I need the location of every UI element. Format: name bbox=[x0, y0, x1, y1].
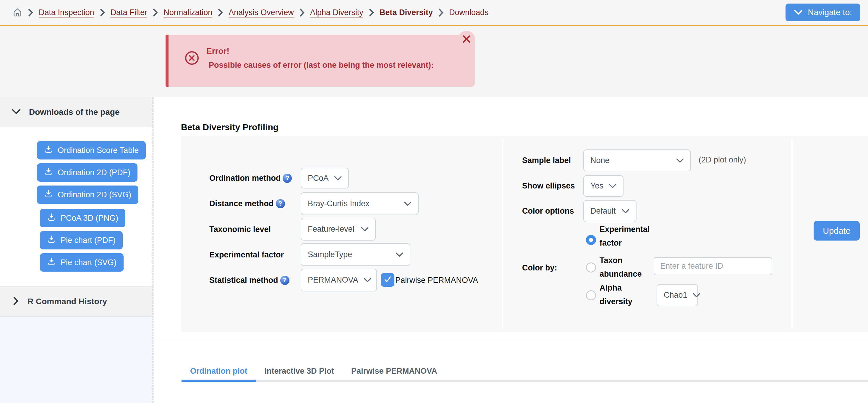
download-pie-chart-pdf-button[interactable]: Pie chart (PDF) bbox=[40, 231, 123, 250]
download-ordination-2d-pdf-button[interactable]: Ordination 2D (PDF) bbox=[37, 163, 137, 182]
download-icon bbox=[47, 213, 56, 224]
r-command-history-label: R Command History bbox=[28, 297, 107, 306]
ordination-method-value: PCoA bbox=[308, 174, 329, 183]
sidebar-downloads-body: Ordination Score Table Ordination 2D (PD… bbox=[0, 127, 153, 286]
error-circle-x-icon bbox=[184, 50, 200, 67]
error-title: Error! bbox=[206, 47, 229, 56]
radio-experimental-factor[interactable] bbox=[586, 235, 596, 245]
color-by-row: Color by: bbox=[522, 261, 557, 275]
ordination-method-label: Ordination method bbox=[209, 174, 281, 183]
chevron-down-icon bbox=[361, 225, 369, 234]
chevron-down-icon bbox=[794, 8, 803, 17]
update-button[interactable]: Update bbox=[814, 221, 860, 240]
chevron-down-icon bbox=[396, 250, 403, 259]
radio-label-line: Experimental bbox=[599, 223, 650, 236]
sample-label-hint-text: (2D plot only) bbox=[699, 155, 746, 165]
download-icon bbox=[47, 235, 56, 246]
breadcrumb-alpha-diversity[interactable]: Alpha Diversity bbox=[310, 8, 363, 17]
radio-experimental-factor-label: Experimental factor bbox=[599, 223, 650, 250]
panel-column-divider bbox=[502, 139, 503, 329]
sidebar-downloads-header[interactable]: Downloads of the page bbox=[0, 97, 153, 127]
radio-label-line: diversity bbox=[599, 295, 632, 308]
pairwise-permanova-checkbox[interactable] bbox=[381, 273, 394, 287]
home-icon[interactable] bbox=[12, 7, 23, 18]
panel-column-divider bbox=[791, 139, 793, 329]
alert-close-button[interactable] bbox=[458, 31, 475, 48]
chevron-down-icon bbox=[622, 206, 629, 216]
navigate-to-button[interactable]: Navigate to: bbox=[785, 4, 860, 21]
sample-label-select[interactable]: None bbox=[583, 149, 691, 171]
radio-label-line: factor bbox=[599, 236, 650, 250]
close-icon bbox=[462, 34, 471, 45]
statistical-method-select[interactable]: PERMANOVA bbox=[301, 269, 377, 291]
ordination-method-select[interactable]: PCoA bbox=[301, 168, 349, 189]
help-icon[interactable]: ? bbox=[276, 199, 285, 208]
distance-method-value: Bray-Curtis Index bbox=[308, 199, 370, 208]
experimental-factor-select[interactable]: SampleType bbox=[301, 243, 410, 266]
chevron-right-icon bbox=[13, 296, 19, 307]
download-pcoa-3d-png-button[interactable]: PCoA 3D (PNG) bbox=[40, 209, 125, 227]
radio-alpha-diversity[interactable] bbox=[586, 290, 596, 300]
top-navigation-bar: Data Inspection Data Filter Normalizatio… bbox=[0, 0, 868, 26]
chevron-right-icon bbox=[100, 8, 105, 17]
download-icon bbox=[44, 167, 53, 178]
check-icon bbox=[383, 275, 392, 285]
tab-ordination-plot[interactable]: Ordination plot bbox=[182, 361, 256, 382]
taxonomic-level-label: Taxonomic level bbox=[209, 225, 271, 234]
tab-pairwise-permanova[interactable]: Pairwise PERMANOVA bbox=[343, 361, 446, 382]
download-button-label: Pie chart (SVG) bbox=[61, 258, 117, 267]
breadcrumb-downloads[interactable]: Downloads bbox=[449, 8, 489, 17]
sidebar-r-command-history[interactable]: R Command History bbox=[0, 286, 153, 317]
navigate-to-label: Navigate to: bbox=[808, 8, 852, 17]
experimental-factor-value: SampleType bbox=[308, 250, 352, 259]
help-icon[interactable]: ? bbox=[283, 174, 292, 183]
download-button-label: PCoA 3D (PNG) bbox=[61, 213, 118, 223]
color-by-label: Color by: bbox=[522, 263, 557, 272]
chevron-right-icon bbox=[218, 8, 223, 17]
chevron-down-icon bbox=[364, 276, 371, 285]
tabs-underline-filler bbox=[446, 361, 868, 382]
taxonomic-level-select[interactable]: Feature-level bbox=[301, 218, 376, 240]
breadcrumb-data-filter[interactable]: Data Filter bbox=[111, 8, 148, 17]
color-options-select[interactable]: Default bbox=[583, 200, 637, 222]
tab-interactive-3d-plot[interactable]: Interactive 3D Plot bbox=[256, 361, 343, 382]
show-ellipses-select[interactable]: Yes bbox=[583, 175, 623, 197]
ordination-method-row: Ordination method ? bbox=[209, 171, 292, 185]
download-ordination-score-table-button[interactable]: Ordination Score Table bbox=[37, 141, 146, 160]
breadcrumb-analysis-overview[interactable]: Analysis Overview bbox=[228, 8, 294, 17]
error-message: Possible causes of error (last one being… bbox=[209, 61, 434, 70]
chevron-down-icon bbox=[334, 174, 342, 183]
show-ellipses-label: Show ellipses bbox=[522, 181, 575, 191]
download-pie-chart-svg-button[interactable]: Pie chart (SVG) bbox=[40, 253, 124, 271]
radio-taxon-abundance[interactable] bbox=[586, 262, 596, 272]
error-alert: Error! Possible causes of error (last on… bbox=[165, 35, 475, 87]
help-icon[interactable]: ? bbox=[280, 276, 289, 285]
sample-label-value: None bbox=[590, 156, 610, 165]
content-horizontal-divider bbox=[153, 340, 868, 340]
download-ordination-2d-svg-button[interactable]: Ordination 2D (SVG) bbox=[37, 185, 138, 204]
breadcrumb-normalization[interactable]: Normalization bbox=[163, 8, 212, 17]
download-button-label: Ordination 2D (SVG) bbox=[58, 190, 131, 199]
page-title: Beta Diversity Profiling bbox=[181, 122, 278, 132]
beta-diversity-page: Data Inspection Data Filter Normalizatio… bbox=[0, 0, 868, 403]
distance-method-label: Distance method bbox=[209, 199, 274, 208]
download-icon bbox=[44, 145, 53, 156]
download-button-label: Ordination 2D (PDF) bbox=[58, 168, 130, 177]
pairwise-permanova-label: Pairwise PERMANOVA bbox=[395, 274, 478, 287]
statistical-method-row: Statistical method ? bbox=[209, 274, 289, 287]
radio-label-line: Taxon bbox=[599, 254, 642, 267]
chevron-down-icon bbox=[609, 181, 616, 191]
distance-method-select[interactable]: Bray-Curtis Index bbox=[301, 192, 418, 215]
result-tabs: Ordination plot Interactive 3D Plot Pair… bbox=[182, 361, 868, 382]
show-ellipses-row: Show ellipses bbox=[522, 179, 575, 193]
feature-id-input[interactable] bbox=[654, 257, 772, 275]
breadcrumb-data-inspection[interactable]: Data Inspection bbox=[39, 8, 94, 17]
download-button-label: Ordination Score Table bbox=[58, 146, 138, 155]
experimental-factor-row: Experimental factor bbox=[209, 248, 284, 262]
color-options-row: Color options bbox=[522, 204, 574, 218]
show-ellipses-value: Yes bbox=[590, 181, 603, 191]
statistical-method-label: Statistical method bbox=[209, 276, 278, 285]
alpha-metric-select[interactable]: Chao1 bbox=[657, 284, 698, 306]
statistical-method-value: PERMANOVA bbox=[308, 276, 358, 285]
sidebar-empty-area bbox=[0, 317, 153, 403]
